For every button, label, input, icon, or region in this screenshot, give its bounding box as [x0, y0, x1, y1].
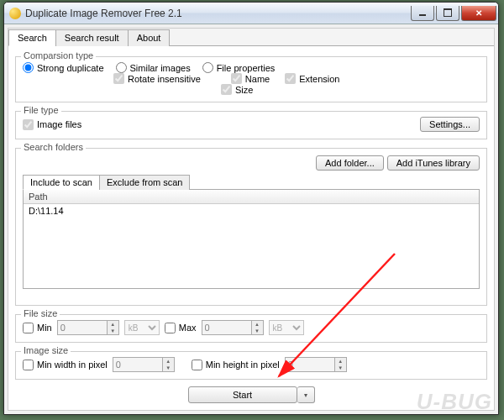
close-button[interactable]	[461, 6, 496, 21]
max-filesize-unit[interactable]: kB	[269, 320, 304, 335]
maximize-button[interactable]	[436, 6, 459, 21]
subtab-include[interactable]: Include to scan	[23, 175, 100, 190]
settings-button[interactable]: Settings...	[420, 117, 480, 132]
min-width-input[interactable]: ▲▼	[113, 357, 175, 372]
add-itunes-button[interactable]: Add iTunes library	[387, 155, 480, 171]
filetype-group: File type Image files Settings...	[15, 111, 487, 139]
path-rows[interactable]: D:\11.14	[24, 204, 479, 288]
max-filesize-input[interactable]: ▲▼	[202, 320, 264, 335]
comparison-legend: Comparsion type	[21, 50, 96, 60]
check-min-filesize[interactable]: Min	[23, 323, 52, 333]
filetype-legend: File type	[21, 105, 61, 115]
subtab-exclude[interactable]: Exclude from scan	[99, 175, 190, 190]
minimize-button[interactable]	[411, 6, 434, 21]
min-filesize-input[interactable]: ▲▼	[57, 320, 119, 335]
main-tabstrip: Search Search result About	[8, 29, 494, 46]
filesize-group: File size Min ▲▼ kB Max ▲▼ kB	[15, 314, 487, 343]
imagesize-legend: Image size	[21, 345, 71, 355]
search-folders-legend: Search folders	[21, 142, 86, 152]
check-size[interactable]: Size	[221, 84, 480, 95]
check-rotate-insensitive[interactable]: Rotate insensitive	[113, 73, 201, 84]
radio-strong-duplicate[interactable]: Strong duplicate	[23, 62, 104, 73]
add-folder-button[interactable]: Add folder...	[316, 155, 384, 171]
window-title: Duplicate Image Remover Free 2.1	[25, 8, 411, 19]
check-min-width[interactable]: Min width in pixel	[23, 360, 108, 370]
check-image-files[interactable]: Image files	[23, 119, 81, 130]
search-folders-group: Search folders Add folder... Add iTunes …	[15, 148, 487, 306]
titlebar[interactable]: Duplicate Image Remover Free 2.1	[4, 3, 498, 24]
search-tab-body: Comparsion type Strong duplicate Similar…	[8, 46, 494, 410]
path-row[interactable]: D:\11.14	[24, 204, 479, 218]
min-height-input[interactable]: ▲▼	[285, 357, 347, 372]
app-icon	[9, 8, 21, 19]
check-min-height[interactable]: Min height in pixel	[192, 360, 280, 370]
check-max-filesize[interactable]: Max	[165, 323, 197, 333]
tab-about[interactable]: About	[128, 29, 171, 46]
check-extension[interactable]: Extension	[285, 73, 339, 84]
radio-file-properties[interactable]: File properties	[202, 62, 276, 73]
filesize-legend: File size	[21, 308, 60, 318]
imagesize-group: Image size Min width in pixel ▲▼ Min hei…	[15, 351, 487, 380]
tab-search[interactable]: Search	[8, 29, 56, 46]
check-name[interactable]: Name	[231, 73, 270, 84]
path-list: Path D:\11.14	[23, 190, 480, 289]
start-dropdown-button[interactable]	[297, 386, 315, 403]
min-filesize-unit[interactable]: kB	[124, 320, 160, 335]
app-window: Duplicate Image Remover Free 2.1 Search …	[3, 2, 499, 415]
folder-subtabs: Include to scan Exclude from scan	[23, 174, 480, 190]
path-column-header[interactable]: Path	[24, 190, 479, 204]
client-area: Search Search result About Comparsion ty…	[8, 28, 495, 411]
start-button[interactable]: Start	[188, 386, 297, 403]
radio-similar-images[interactable]: Similar images	[116, 62, 191, 73]
watermark: U-BUG	[417, 389, 492, 415]
tab-search-result[interactable]: Search result	[55, 29, 129, 46]
comparison-group: Comparsion type Strong duplicate Similar…	[15, 56, 487, 102]
